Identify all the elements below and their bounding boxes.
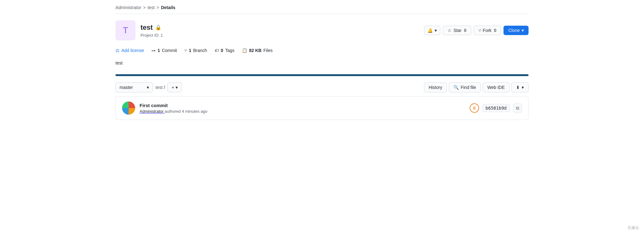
license-icon: ⚖ [115,48,120,53]
repo-name-row: test 🔒 [141,23,163,32]
file-browser-right: History 🔍 Find file Web IDE ⬇ ▾ [424,82,529,92]
activity-progress-bar [115,74,529,76]
repo-actions: 🔔 ▾ ☆ Star 0 ⑂ Fork 0 Clone ▾ [424,26,529,35]
download-button[interactable]: ⬇ ▾ [511,82,529,92]
branch-select[interactable]: master ▾ [115,82,153,92]
bell-icon: 🔔 [427,28,433,33]
file-browser-header: master ▾ test / + ▾ History 🔍 Find file … [115,82,529,92]
add-file-button[interactable]: + ▾ [167,82,181,92]
path-nav: test / [156,85,165,90]
branch-icon: ⑂ [184,48,187,53]
mosaic-cell-4 [129,108,135,115]
breadcrumb: Administrator > test > Details [115,0,529,14]
file-size: 82 KB [249,48,262,53]
find-file-button[interactable]: 🔍 Find file [449,82,481,92]
web-ide-button[interactable]: Web IDE [483,82,509,92]
commit-authored-text: authored 4 minutes ago [165,109,207,114]
commit-author-avatar [122,101,135,115]
pause-icon: ⏸ [472,106,477,111]
plus-icon: + [171,85,174,90]
commits-link[interactable]: ⊶ 1 Commit [151,48,177,53]
repo-title-group: test 🔒 Project ID: 1 [141,23,163,38]
branch-select-chevron: ▾ [147,85,149,90]
file-browser-left: master ▾ test / + ▾ [115,82,182,92]
add-license-link[interactable]: ⚖ Add license [115,48,144,53]
mosaic-cell-3 [122,108,129,115]
breadcrumb-repo[interactable]: test [148,5,155,10]
mosaic-cell-2 [129,101,135,108]
path-root: test [156,85,163,90]
breadcrumb-sep1: > [143,5,146,10]
fork-count: 0 [494,28,497,33]
notify-button[interactable]: 🔔 ▾ [424,26,440,35]
fork-button[interactable]: ⑂ Fork 0 [474,26,501,35]
clone-chevron-icon: ▾ [522,28,524,33]
branch-label: Branch [193,48,207,53]
lock-icon: 🔒 [155,24,161,30]
download-icon: ⬇ [516,85,520,90]
files-link[interactable]: 📋 82 KB Files [242,48,273,53]
branches-link[interactable]: ⑂ 1 Branch [184,48,207,53]
add-chevron-icon: ▾ [176,85,178,90]
commit-author-line: Administrator authored 4 minutes ago [140,109,207,114]
breadcrumb-sep2: > [156,5,159,10]
repo-project-id: Project ID: 1 [141,33,163,38]
find-file-label: Find file [461,85,476,90]
star-icon: ☆ [447,28,452,33]
star-label: Star [453,28,462,33]
branch-count: 1 [189,48,191,53]
tag-label: Tags [225,48,234,53]
repo-description: test [115,58,529,72]
commit-row: First commit Administrator authored 4 mi… [115,96,529,120]
breadcrumb-current: Details [161,5,175,10]
star-count: 0 [464,28,467,33]
commit-hash: b6581b9d [482,104,510,112]
clone-button[interactable]: Clone ▾ [503,26,529,35]
fork-label: Fork [483,28,492,33]
commit-icon: ⊶ [151,48,156,53]
path-sep: / [164,85,165,90]
search-icon: 🔍 [453,85,459,90]
repo-name: test [141,23,153,32]
tags-link[interactable]: 🏷 0 Tags [215,48,234,53]
history-button[interactable]: History [424,82,447,92]
chevron-down-icon: ▾ [435,28,437,33]
clone-label: Clone [508,28,520,33]
stats-row: ⚖ Add license ⊶ 1 Commit ⑂ 1 Branch 🏷 0 … [115,45,529,58]
repo-info: T test 🔒 Project ID: 1 [115,20,163,40]
history-label: History [429,85,442,90]
files-label: Files [263,48,273,53]
commit-left: First commit Administrator authored 4 mi… [122,101,207,115]
tag-count: 0 [221,48,223,53]
commit-details: First commit Administrator authored 4 mi… [140,103,207,114]
commit-right: ⏸ b6581b9d ⧉ [470,103,522,113]
commit-message: First commit [140,103,207,108]
fork-icon: ⑂ [478,28,481,33]
add-license-label: Add license [121,48,144,53]
download-chevron-icon: ▾ [522,85,524,90]
tag-icon: 🏷 [215,48,219,53]
commit-count: 1 [157,48,160,53]
mosaic-cell-1 [122,101,129,108]
star-button[interactable]: ☆ Star 0 [443,26,471,35]
web-ide-label: Web IDE [487,85,505,90]
pipeline-status-badge[interactable]: ⏸ [470,103,479,113]
breadcrumb-admin[interactable]: Administrator [115,5,141,10]
commit-author-name: Administrator [140,109,164,114]
copy-icon: ⧉ [516,106,519,111]
commit-label: Commit [162,48,177,53]
avatar: T [115,20,135,40]
repo-header: T test 🔒 Project ID: 1 🔔 ▾ ☆ Star 0 [115,14,529,45]
branch-select-value: master [120,85,133,90]
commit-author-link[interactable]: Administrator [140,109,165,114]
copy-hash-button[interactable]: ⧉ [513,103,522,113]
files-icon: 📋 [242,48,247,53]
